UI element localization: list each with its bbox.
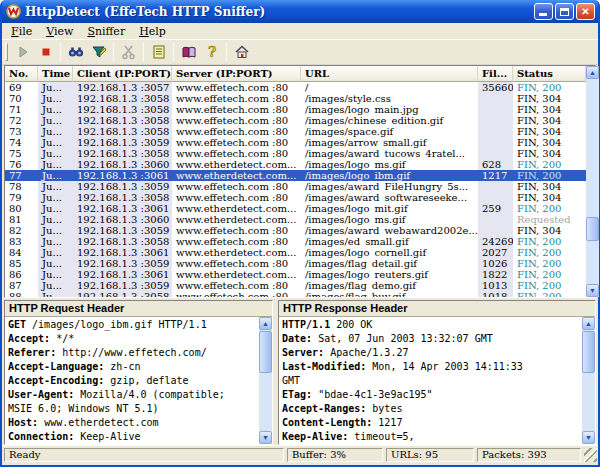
cell-client: 192.168.1.3 :3058: [73, 93, 172, 104]
table-row[interactable]: 71Ju...192.168.1.3 :3058www.effetech.com…: [5, 104, 586, 115]
cell-server: www.effetech.com :80: [172, 148, 301, 159]
scroll-down-button[interactable]: ▼: [259, 431, 272, 444]
cut-button[interactable]: [117, 42, 140, 63]
cell-client: 192.168.1.3 :3061: [73, 170, 172, 181]
column-header-no[interactable]: No.: [5, 66, 38, 82]
header-line: User-Agent: Mozilla/4.0 (compatible;: [8, 388, 259, 402]
column-header-time[interactable]: Time: [38, 66, 73, 82]
table-row[interactable]: 88Ju...192.168.1.3 :3058www.effetech.com…: [5, 291, 586, 297]
cell-no: 87: [5, 280, 38, 291]
column-header-status[interactable]: Status: [513, 66, 586, 82]
cell-client: 192.168.1.3 :3058: [73, 236, 172, 247]
header-line: Connection: Keep-Alive: [8, 430, 259, 444]
column-header-client[interactable]: Client (IP:PORT): [73, 66, 172, 82]
response-scrollbar[interactable]: ▲ ▼: [582, 317, 595, 444]
scroll-down-button[interactable]: ▼: [586, 284, 599, 297]
cell-status: FIN, 304: [513, 181, 586, 192]
table-row[interactable]: 85Ju...192.168.1.3 :3059www.effetech.com…: [5, 258, 586, 269]
cell-time: Ju...: [38, 170, 73, 181]
table-row[interactable]: 77Ju...192.168.1.3 :3061www.etherdetect.…: [5, 170, 586, 181]
table-row[interactable]: 83Ju...192.168.1.3 :3058www.effetech.com…: [5, 236, 586, 247]
response-header-content[interactable]: HTTP/1.1 200 OKDate: Sat, 07 Jun 2003 13…: [279, 317, 582, 444]
filter-button[interactable]: [87, 42, 110, 63]
cell-size: 259: [478, 203, 513, 214]
cell-status: FIN, 200: [513, 258, 586, 269]
table-row[interactable]: 79Ju...192.168.1.3 :3058www.effetech.com…: [5, 192, 586, 203]
home-button[interactable]: [230, 42, 253, 63]
cell-server: www.effetech.com :80: [172, 280, 301, 291]
table-row[interactable]: 72Ju...192.168.1.3 :3058www.effetech.com…: [5, 115, 586, 126]
menu-view[interactable]: View: [39, 24, 80, 39]
menu-help[interactable]: Help: [132, 24, 173, 39]
column-header-size[interactable]: Fil...: [478, 66, 513, 82]
cell-time: Ju...: [38, 115, 73, 126]
table-row[interactable]: 69Ju...192.168.1.3 :3057www.effetech.com…: [5, 82, 586, 93]
cell-size: [478, 137, 513, 148]
start-capture-button[interactable]: [11, 42, 34, 63]
cell-url: /images/award_webaward2002e...: [301, 225, 478, 236]
find-button[interactable]: [64, 42, 87, 63]
column-header-url[interactable]: URL: [301, 66, 478, 82]
resize-grip[interactable]: [584, 448, 597, 462]
cell-url: /images/logo_cornell.gif: [301, 247, 478, 258]
scroll-down-button[interactable]: ▼: [582, 431, 595, 444]
cell-client: 192.168.1.3 :3058: [73, 148, 172, 159]
minimize-button[interactable]: [534, 3, 553, 20]
cell-client: 192.168.1.3 :3058: [73, 115, 172, 126]
table-row[interactable]: 75Ju...192.168.1.3 :3058www.effetech.com…: [5, 148, 586, 159]
maximize-button[interactable]: [555, 3, 574, 20]
cell-time: Ju...: [38, 280, 73, 291]
manual-button[interactable]: [177, 42, 200, 63]
table-row[interactable]: 80Ju...192.168.1.3 :3061www.etherdetect.…: [5, 203, 586, 214]
header-line: Referer: http://www.effetech.com/: [8, 346, 259, 360]
close-button[interactable]: ✕: [576, 3, 595, 20]
scroll-up-button[interactable]: ▲: [582, 317, 595, 330]
menu-file[interactable]: File: [4, 24, 39, 39]
app-window: HttpDetect (EffeTech HTTP Sniffer) ✕ Fil…: [0, 0, 600, 467]
cell-size: 1013: [478, 280, 513, 291]
table-row[interactable]: 70Ju...192.168.1.3 :3058www.effetech.com…: [5, 93, 586, 104]
cell-no: 79: [5, 192, 38, 203]
table-row[interactable]: 82Ju...192.168.1.3 :3059www.effetech.com…: [5, 225, 586, 236]
cell-size: 628: [478, 159, 513, 170]
table-row[interactable]: 74Ju...192.168.1.3 :3059www.effetech.com…: [5, 137, 586, 148]
table-row[interactable]: 78Ju...192.168.1.3 :3059www.effetech.com…: [5, 181, 586, 192]
scroll-thumb[interactable]: [586, 217, 599, 241]
table-row[interactable]: 84Ju...192.168.1.3 :3061www.etherdetect.…: [5, 247, 586, 258]
table-row[interactable]: 73Ju...192.168.1.3 :3058www.effetech.com…: [5, 126, 586, 137]
scroll-up-button[interactable]: ▲: [259, 317, 272, 330]
cell-server: www.etherdetect.com...: [172, 203, 301, 214]
cell-time: Ju...: [38, 82, 73, 93]
table-row[interactable]: 76Ju...192.168.1.3 :3060www.etherdetect.…: [5, 159, 586, 170]
cell-size: [478, 214, 513, 225]
cell-time: Ju...: [38, 159, 73, 170]
table-row[interactable]: 81Ju...192.168.1.3 :3060www.etherdetect.…: [5, 214, 586, 225]
cell-time: Ju...: [38, 104, 73, 115]
header-line: GET /images/logo_ibm.gif HTTP/1.1: [8, 318, 259, 332]
request-scrollbar[interactable]: ▲ ▼: [259, 317, 272, 444]
request-header-content[interactable]: GET /images/logo_ibm.gif HTTP/1.1Accept:…: [5, 317, 259, 444]
table-row[interactable]: 87Ju...192.168.1.3 :3059www.effetech.com…: [5, 280, 586, 291]
binoculars-icon: [68, 44, 84, 60]
cell-status: FIN, 200: [513, 269, 586, 280]
toolbar-grip[interactable]: [5, 43, 8, 61]
cell-status: FIN, 200: [513, 203, 586, 214]
column-header-server[interactable]: Server (IP:PORT): [172, 66, 301, 82]
scroll-thumb[interactable]: [582, 331, 595, 373]
table-row[interactable]: 86Ju...192.168.1.3 :3061www.etherdetect.…: [5, 269, 586, 280]
cell-no: 70: [5, 93, 38, 104]
cell-client: 192.168.1.3 :3057: [73, 82, 172, 93]
cell-no: 71: [5, 104, 38, 115]
cell-time: Ju...: [38, 148, 73, 159]
scroll-up-button[interactable]: ▲: [586, 66, 599, 79]
menu-sniffer[interactable]: Sniffer: [80, 24, 132, 39]
cell-server: www.effetech.com :80: [172, 291, 301, 297]
view-log-button[interactable]: [147, 42, 170, 63]
cell-no: 78: [5, 181, 38, 192]
help-button[interactable]: ?: [200, 42, 223, 63]
cell-url: /images/flag_buy.gif: [301, 291, 478, 297]
list-scrollbar[interactable]: ▲ ▼: [586, 66, 599, 297]
scroll-thumb[interactable]: [259, 331, 272, 373]
maximize-icon: [560, 8, 569, 16]
stop-capture-button[interactable]: [34, 42, 57, 63]
